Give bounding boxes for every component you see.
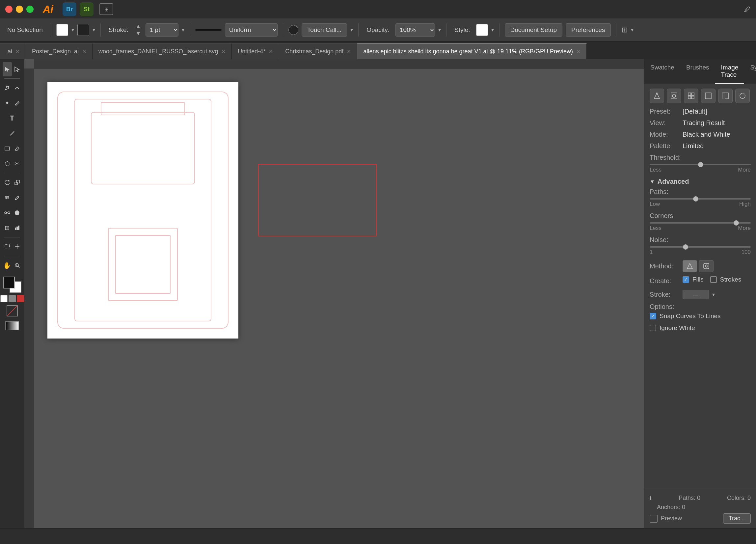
strokes-checkbox[interactable] [710,276,717,283]
warp-tool[interactable]: ≋ [3,190,12,205]
artboard-tool[interactable] [3,239,12,254]
style-swatch[interactable] [476,24,488,36]
tab-3[interactable]: Untitled-4* ✕ [232,43,279,59]
noise-track[interactable] [650,246,751,248]
preview-checkbox[interactable] [650,515,658,523]
right-panel: Swatche Brushes Image Trace Symbols [644,59,756,528]
zoom-tool[interactable] [13,258,22,273]
curvature-tool[interactable] [13,81,22,95]
tab-brushes[interactable]: Brushes [680,59,715,84]
canvas-content[interactable] [34,68,644,528]
stock-icon[interactable]: St [80,2,94,16]
fill-color-swatch[interactable] [56,24,68,36]
uniform-select[interactable]: Uniform [225,23,278,37]
artboard[interactable] [47,82,238,339]
tab-close-2[interactable]: ✕ [221,48,226,55]
fullscreen-button[interactable] [26,6,34,13]
tab-4[interactable]: Christmas_Design.pdf ✕ [279,43,357,59]
layout-icon[interactable]: ⊞ [99,3,113,15]
bridge-icon[interactable]: Br [63,2,76,16]
method-btn-1[interactable] [683,260,697,272]
gradient-swatch[interactable] [5,321,19,333]
tab-close-0[interactable]: ✕ [15,48,20,55]
live-paint-tool[interactable]: ⬟ [13,205,22,220]
line-tool[interactable] [2,126,22,141]
stroke-preview[interactable]: — [683,290,709,299]
advanced-section[interactable]: ▼ Advanced [650,178,751,185]
tab-close-5[interactable]: ✕ [576,48,581,55]
tab-0[interactable]: .ai ✕ [0,43,26,59]
rectangle-tool[interactable] [3,141,12,156]
eyedropper-tool[interactable] [13,190,22,205]
tab-5-active[interactable]: allens epic blitzs sheild its gonna be g… [357,43,587,59]
stroke-chevron[interactable]: ▾ [93,27,95,33]
brush-preview[interactable] [288,25,298,35]
pen-tool[interactable] [3,81,12,95]
shape-builder-tool[interactable]: ✦ [3,96,12,110]
scale-tool[interactable] [13,175,22,190]
minimize-button[interactable] [16,6,23,13]
paths-thumb[interactable] [693,196,698,202]
type-tool[interactable]: T [2,111,22,125]
direct-selection-tool[interactable] [13,62,22,76]
stroke-up-btn[interactable]: ▲ [134,23,142,30]
tab-symbols[interactable]: Symbols [744,59,756,84]
noise-row: Noise: 1 100 [650,236,751,256]
fills-checkbox[interactable] [683,276,689,283]
red-swatch[interactable] [17,295,24,302]
fill-chevron[interactable]: ▾ [71,27,74,33]
corners-track[interactable] [650,222,751,224]
half-square-icon[interactable] [718,89,733,103]
gray-swatch[interactable] [9,295,16,302]
tab-2[interactable]: wood_frames_DANIEL_RUSSO_lasercut.svg ✕ [93,43,232,59]
white-swatch[interactable] [0,295,8,302]
circle-trace-icon[interactable] [735,89,750,103]
grid-trace-icon[interactable] [684,89,698,103]
threshold-track[interactable] [650,164,751,165]
none-swatch[interactable] [6,305,18,319]
image-trace-icon[interactable] [667,89,681,103]
paths-track[interactable] [650,198,751,200]
corners-thumb[interactable] [734,220,739,226]
tab-1[interactable]: Poster_Design .ai ✕ [26,43,93,59]
touch-call-chevron[interactable]: ▾ [350,27,353,33]
slice-tool[interactable] [13,239,22,254]
tab-close-1[interactable]: ✕ [82,48,86,55]
tab-swatches[interactable]: Swatche [644,59,680,84]
square-trace-icon[interactable] [701,89,715,103]
auto-trace-icon[interactable] [650,89,664,103]
tab-close-3[interactable]: ✕ [269,48,273,55]
document-setup-btn[interactable]: Document Setup [505,23,563,37]
stroke-value-select[interactable]: 1 pt [146,23,178,37]
blend-tool[interactable] [3,205,12,220]
paint-bucket-tool[interactable]: ⬡ [3,156,12,171]
hand-tool[interactable]: ✋ [3,258,12,273]
style-chevron[interactable]: ▾ [491,27,494,33]
graph-tool[interactable] [13,221,22,235]
opacity-chevron[interactable]: ▾ [438,27,441,33]
rotate-tool[interactable] [3,175,12,190]
stroke-panel-chevron[interactable]: ▾ [712,291,715,298]
stroke-expand-chevron[interactable]: ▾ [182,27,184,33]
canvas-area[interactable] [24,59,644,528]
arrange-chevron[interactable]: ▾ [631,27,634,33]
tab-close-4[interactable]: ✕ [347,48,351,55]
method-btn-2[interactable] [699,260,714,272]
opacity-select[interactable]: 100% [395,23,435,37]
scissors-tool[interactable]: ✂ [13,156,22,171]
tab-image-trace[interactable]: Image Trace [715,59,744,84]
pencil-tool[interactable] [13,96,22,110]
view-label: View: [650,119,679,127]
mesh-tool[interactable]: ⊞ [3,221,12,235]
close-button[interactable] [5,6,13,13]
ignore-white-checkbox[interactable] [650,325,656,331]
touch-call-btn[interactable]: Touch Call... [302,23,347,37]
trace-button[interactable]: Trac... [723,513,751,524]
selection-tool[interactable] [3,62,12,76]
preferences-btn[interactable]: Preferences [566,23,610,37]
stroke-down-btn[interactable]: ▼ [134,30,142,37]
foreground-color-box[interactable] [3,277,15,288]
snap-curves-checkbox[interactable] [650,313,656,319]
stroke-color-swatch[interactable] [77,24,89,36]
eraser-tool[interactable] [13,141,22,156]
